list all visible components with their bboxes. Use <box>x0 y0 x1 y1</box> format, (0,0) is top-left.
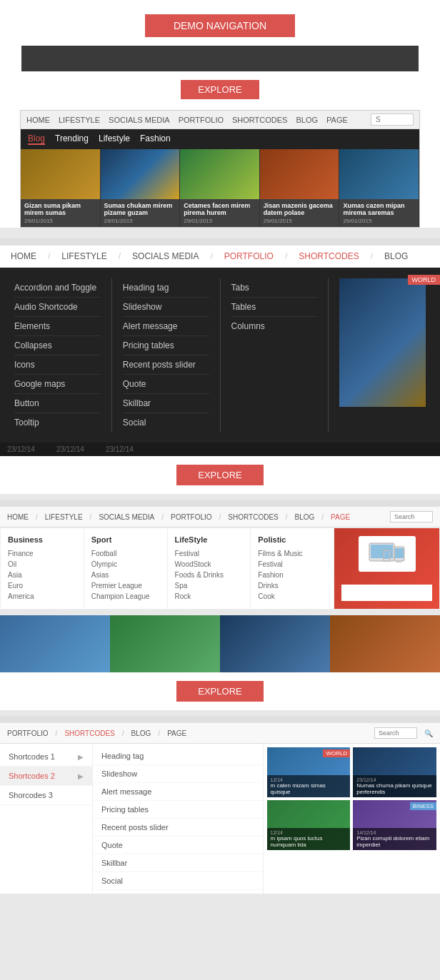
mega-item-champion[interactable]: Champion League <box>91 591 160 602</box>
mega-item-premier[interactable]: Premier League <box>91 580 160 591</box>
dropdown-item-tables[interactable]: Tables <box>231 298 318 317</box>
sc-content-heading[interactable]: Heading tag <box>93 747 263 765</box>
blog-card-3[interactable]: Cetames facen mirem pirema hurem 29/01/2… <box>180 149 260 227</box>
nav2-shortcodes[interactable]: SHORTCODES <box>299 251 359 261</box>
nav3-shortcodes[interactable]: SHORTCODES <box>228 513 278 521</box>
sc-submenu-item-1[interactable]: Shortcodes 1 ▶ <box>0 747 92 767</box>
blog-card-date-4: 29/01/2015 <box>264 218 336 224</box>
mega-item-cook[interactable]: Cook <box>258 591 326 602</box>
dropdown-item-icons[interactable]: Icons <box>14 355 101 375</box>
dropdown-item-slideshow[interactable]: Slideshow <box>123 298 209 317</box>
blog-card-1[interactable]: Gizan suma pikam mirem sumas 29/01/2015 <box>21 149 101 227</box>
dropdown-item-quote[interactable]: Quote <box>123 375 209 394</box>
mega-item-euro[interactable]: Euro <box>8 580 76 591</box>
tab-blog[interactable]: Blog <box>28 133 45 145</box>
mega-item-woodstock[interactable]: WoodStock <box>175 559 244 570</box>
blog-card-5[interactable]: Xumas cazen mipan mirema saremas 29/01/2… <box>339 149 419 227</box>
nav-shortcodes-1[interactable]: SHORTCODES <box>232 116 287 124</box>
nav3-page[interactable]: PAGE <box>331 513 350 521</box>
browser-search-1[interactable] <box>371 113 414 126</box>
dropdown-item-social[interactable]: Social <box>123 413 209 432</box>
browse-btn[interactable]: Browse All Our Themes <box>341 585 432 601</box>
mega-item-fashion[interactable]: Fashion <box>258 570 326 580</box>
nav-portfolio-1[interactable]: PORTFOLIO <box>179 116 224 124</box>
dropdown-item-collapses[interactable]: Collapses <box>14 336 101 355</box>
dropdown-item-pricing[interactable]: Pricing tables <box>123 336 209 355</box>
sc-grid-card-1[interactable]: WORLD 12/14 m caten mizam simas quisque <box>267 747 351 797</box>
sc-content-recentposts[interactable]: Recent posts slider <box>93 819 263 837</box>
dropdown-item-googlemaps[interactable]: Google maps <box>14 375 101 394</box>
sc-grid-card-4[interactable]: BINESS 14/12/14 Pizan corrupti dolorem e… <box>353 800 436 850</box>
mega-item-oil[interactable]: Oil <box>8 559 76 570</box>
nav-blog-1[interactable]: BLOG <box>296 116 318 124</box>
mega-item-films[interactable]: Films & Music <box>258 548 326 559</box>
mega-item-festival2[interactable]: Festival <box>258 559 326 570</box>
nav3-lifestyle[interactable]: LIFESTYLE <box>45 513 83 521</box>
nav2-lifestyle[interactable]: LIFESTYLE <box>61 251 106 261</box>
nav3-home[interactable]: HOME <box>7 513 29 521</box>
nav3-blog[interactable]: BLOG <box>295 513 315 521</box>
mega-item-olympic[interactable]: Olympic <box>91 559 160 570</box>
nav4-search[interactable] <box>374 727 417 739</box>
explore-button-2[interactable]: EXPLORE <box>176 465 263 485</box>
mega-item-america[interactable]: America <box>8 591 76 602</box>
tab-fashion[interactable]: Fashion <box>140 133 171 145</box>
blog-card-date-2: 29/01/2015 <box>104 218 176 224</box>
nav2-socials[interactable]: SOCIALS MEDIA <box>132 251 199 261</box>
mega-item-festival[interactable]: Festival <box>175 548 244 559</box>
sc-content-slideshow[interactable]: Slideshow <box>93 765 263 783</box>
tab-lifestyle[interactable]: Lifestyle <box>99 133 130 145</box>
dropdown-item-audio[interactable]: Audio Shortcode <box>14 298 101 317</box>
sc-card-overlay-4: 14/12/14 Pizan corrupti dolorem etiam im… <box>353 828 436 850</box>
mega-item-foods[interactable]: Foods & Drinks <box>175 570 244 580</box>
sc-content-skillbar[interactable]: Skillbar <box>93 854 263 872</box>
sc-content-alert[interactable]: Alert message <box>93 783 263 801</box>
mega-item-rock[interactable]: Rock <box>175 591 244 602</box>
sc-content-quote[interactable]: Quote <box>93 837 263 854</box>
explore-button-1[interactable]: EXPLORE <box>181 80 259 99</box>
mega-item-finance[interactable]: Finance <box>8 548 76 559</box>
dropdown-item-elements[interactable]: Elements <box>14 317 101 336</box>
mega-item-asia[interactable]: Asia <box>8 570 76 580</box>
nav2-home[interactable]: HOME <box>11 251 36 261</box>
sc-content-pricing[interactable]: Pricing tables <box>93 801 263 819</box>
nav3-search[interactable] <box>390 511 433 522</box>
dropdown-item-skillbar[interactable]: Skillbar <box>123 394 209 413</box>
dropdown-item-recentposts[interactable]: Recent posts slider <box>123 355 209 375</box>
nav-home-1[interactable]: HOME <box>26 116 50 124</box>
mega-item-football[interactable]: Football <box>91 548 160 559</box>
dropdown-item-alert[interactable]: Alert message <box>123 317 209 336</box>
nav4-shortcodes[interactable]: SHORTCODES <box>64 729 114 737</box>
dropdown-item-tooltip[interactable]: Tooltip <box>14 413 101 432</box>
nav-socials-1[interactable]: SOCIALS MEDIA <box>109 116 170 124</box>
dropdown-item-heading[interactable]: Heading tag <box>123 278 209 298</box>
section-4: PORTFOLIO / SHORTCODES / BLOG / PAGE 🔍 S… <box>0 723 440 894</box>
mega-item-asias[interactable]: Asias <box>91 570 160 580</box>
mega-item-drinks[interactable]: Drinks <box>258 580 326 591</box>
nav2-portfolio[interactable]: PORTFOLIO <box>224 251 274 261</box>
mega-item-spa[interactable]: Spa <box>175 580 244 591</box>
dropdown-item-accordion[interactable]: Accordion and Toggle <box>14 278 101 298</box>
sc-grid-card-3[interactable]: 12/14 m ipsam quos luctus numquam lida <box>267 800 351 850</box>
sc-submenu-item-2[interactable]: Shortcodes 2 ▶ <box>0 767 92 786</box>
nav4-portfolio[interactable]: PORTFOLIO <box>7 729 49 737</box>
blog-card-4[interactable]: Jisan mazenis gacema datem polase 29/01/… <box>260 149 340 227</box>
nav4-blog[interactable]: BLOG <box>131 729 151 737</box>
nav4-page[interactable]: PAGE <box>167 729 186 737</box>
demo-nav-button[interactable]: DEMO NAVIGATION <box>145 14 295 37</box>
dropdown-item-columns[interactable]: Columns <box>231 317 318 335</box>
sc-grid-card-2[interactable]: 23/12/14 Numas chuma pikam quisque perfe… <box>353 747 436 797</box>
nav-lifestyle-1[interactable]: LIFESTYLE <box>59 116 100 124</box>
sc-submenu-item-3[interactable]: Shorcodes 3 <box>0 786 92 805</box>
nav3-portfolio[interactable]: PORTFOLIO <box>171 513 212 521</box>
nav2-blog[interactable]: BLOG <box>384 251 408 261</box>
sc-content-social[interactable]: Social <box>93 872 263 890</box>
dropdown-item-tabs[interactable]: Tabs <box>231 278 318 298</box>
tab-trending[interactable]: Trending <box>55 133 89 145</box>
nav3-socials[interactable]: SOCIALS MEDIA <box>99 513 154 521</box>
blog-card-2[interactable]: Sumas chukam mirem pizame guzam 29/01/20… <box>101 149 181 227</box>
dropdown-item-button[interactable]: Button <box>14 394 101 413</box>
explore-button-3[interactable]: EXPLORE <box>176 681 263 702</box>
sc-content: Heading tag Slideshow Alert message Pric… <box>93 744 264 894</box>
nav-page-1[interactable]: PAGE <box>326 116 348 124</box>
